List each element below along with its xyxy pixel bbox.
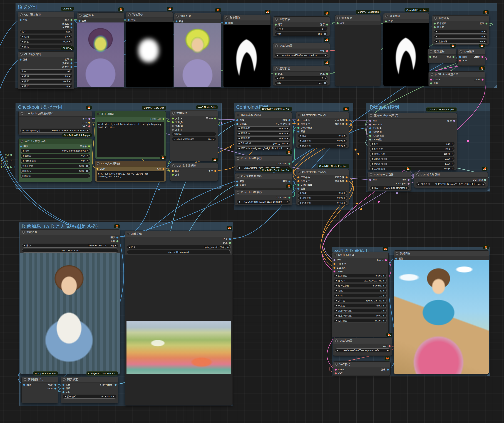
vae-loader-1-output-port-0[interactable]	[326, 50, 328, 52]
vae-encode-titlebar[interactable]: VAE编码	[457, 49, 485, 55]
zoe-depth-output-port-0[interactable]	[288, 180, 290, 182]
mask-invert-titlebar[interactable]: 遮罩反转	[428, 49, 456, 55]
stepper-right-arrow-icon[interactable]: ▶	[69, 86, 70, 87]
preview-image-4[interactable]: 🦊预览图像图像	[223, 15, 271, 88]
reroute-dot[interactable]	[357, 153, 360, 155]
vae-encode-output-port-0[interactable]	[481, 56, 483, 58]
mask-composite-titlebar[interactable]: 遮罩混合	[432, 16, 489, 21]
set-latent-noise-mask-titlebar[interactable]: 设置Latent噪波遮罩	[429, 71, 485, 77]
clipseg-face-output-port-2[interactable]	[70, 26, 72, 29]
clipseg-face[interactable]: CLIPSegCLIP语义分割图像遮罩热度图灰度图文本face◀模糊1.0▶◀阈…	[18, 12, 74, 50]
stepper-right-arrow-icon[interactable]: ▶	[325, 54, 326, 56]
clipseg-hair[interactable]: CLIPSegCLIP语义分割图像遮罩热度图灰度图文本hair◀模糊3.0▶◀阈…	[18, 51, 74, 89]
ksampler-advanced-widget-9[interactable]: ◀返回噪波disable▶	[334, 319, 387, 323]
pixel-perfect-widget-0[interactable]: ◀拉伸模式Just Resize▶	[63, 395, 116, 399]
dwpose-preprocessor-titlebar[interactable]: DW姿态预处理器	[235, 112, 292, 118]
stepper-left-arrow-icon[interactable]: ◀	[300, 202, 301, 204]
checkpoint-loader-output-port-2[interactable]	[88, 125, 90, 127]
cn-apply-1-widget-2[interactable]: ◀结束时间0.681▶	[298, 144, 347, 148]
stepper-right-arrow-icon[interactable]: ▶	[406, 187, 408, 189]
collapse-dot-icon[interactable]	[21, 140, 23, 143]
collapse-dot-icon[interactable]	[396, 252, 398, 255]
stepper-right-arrow-icon[interactable]: ▶	[69, 41, 70, 43]
stepper-left-arrow-icon[interactable]: ◀	[238, 142, 240, 144]
clipseg-hair-input-port-0[interactable]	[19, 59, 22, 61]
wd14-tagger-widget-5[interactable]: 排除标签	[20, 174, 90, 178]
cn-loader-2-widget-0[interactable]: ◀SD1.5/control_v11f1p_sd15_depth.pth▶	[237, 200, 290, 204]
ksampler-advanced-titlebar[interactable]: K采样器(高级)	[332, 252, 388, 258]
get-image-size-output-port-1[interactable]	[54, 388, 56, 390]
stepper-left-arrow-icon[interactable]: ◀	[238, 132, 240, 134]
stepper-left-arrow-icon[interactable]: ◀	[436, 41, 437, 42]
stepper-right-arrow-icon[interactable]: ▶	[344, 145, 346, 147]
clip-text-encode-2-titlebar[interactable]: CLIP文本编码器	[170, 163, 218, 169]
stepper-left-arrow-icon[interactable]: ◀	[22, 36, 23, 38]
text-concatenate-output-port-0[interactable]	[214, 118, 216, 120]
collapse-dot-icon[interactable]	[20, 53, 23, 56]
stepper-left-arrow-icon[interactable]: ◀	[336, 310, 337, 312]
text-concatenate-titlebar[interactable]: 文本连锁	[170, 111, 218, 116]
ksampler-advanced-widget-4[interactable]: ◀CFG7.0▶	[334, 294, 387, 298]
preview-image-4-titlebar[interactable]: 预览图像	[223, 15, 270, 21]
clipseg-face-widget-1[interactable]: ◀模糊1.0▶	[20, 35, 72, 39]
wd14-tagger-widget-3[interactable]: 替换下划线false	[20, 164, 90, 168]
stepper-right-arrow-icon[interactable]: ▶	[384, 285, 385, 287]
negative-clip-encode-output-port-0[interactable]	[162, 168, 165, 170]
ipadapter-apply-input-port-5[interactable]	[369, 139, 371, 141]
vae-decode-input-port-0[interactable]	[335, 369, 337, 371]
stepper-right-arrow-icon[interactable]: ▶	[484, 41, 486, 42]
load-image-2-widget-1[interactable]: choose file to upload	[127, 250, 231, 254]
clipseg-face-widget-0[interactable]: 文本face	[20, 30, 72, 34]
collapse-dot-icon[interactable]	[176, 15, 179, 18]
stepper-left-arrow-icon[interactable]: ◀	[337, 349, 338, 351]
zoe-depth-input-port-1[interactable]	[236, 184, 238, 186]
stepper-right-arrow-icon[interactable]: ▶	[384, 310, 385, 312]
stepper-right-arrow-icon[interactable]: ▶	[452, 163, 453, 165]
ksampler-advanced-widget-5[interactable]: ◀采样器dpmpp_2m_sde▶	[334, 299, 387, 303]
collapse-dot-icon[interactable]	[434, 17, 437, 20]
stepper-left-arrow-icon[interactable]: ◀	[238, 137, 240, 139]
clipseg-face-output-port-0[interactable]	[70, 19, 72, 21]
ipadapter-apply-input-port-2[interactable]	[369, 127, 371, 129]
cn-apply-1-input-port-3[interactable]	[297, 130, 300, 133]
preview-image-final[interactable]: 🦊预览图像图像	[394, 250, 489, 374]
stepper-right-arrow-icon[interactable]: ▶	[87, 155, 88, 157]
stepper-right-arrow-icon[interactable]: ▶	[452, 158, 453, 160]
ipadapter-loader-output-port-1[interactable]	[408, 182, 410, 185]
stepper-left-arrow-icon[interactable]: ◀	[336, 280, 337, 282]
stepper-left-arrow-icon[interactable]: ◀	[436, 31, 437, 32]
stepper-right-arrow-icon[interactable]: ▶	[344, 135, 346, 137]
cn-apply-1-input-port-2[interactable]	[297, 127, 300, 129]
stepper-right-arrow-icon[interactable]: ▶	[452, 168, 453, 170]
vae-loader-1-widget-0[interactable]: ◀vae-ft-mse-840000-ema-pruned.safetensor…	[275, 53, 328, 57]
negative-clip-encode[interactable]: 🦊CLIP文本编码器CLIP条件nsfw,nude,low quality,bl…	[95, 161, 166, 182]
stepper-left-arrow-icon[interactable]: ◀	[336, 315, 337, 317]
text-concatenate-input-port-0[interactable]	[172, 118, 174, 120]
collapse-dot-icon[interactable]	[172, 164, 175, 167]
clipseg-hair-output-port-0[interactable]	[70, 59, 72, 61]
load-image-2-output-port-0[interactable]	[229, 238, 231, 240]
clipseg-hair-output-port-2[interactable]	[70, 66, 72, 68]
mask-grow-1-output-port-0[interactable]	[326, 24, 328, 26]
collapse-dot-icon[interactable]	[337, 17, 340, 19]
mask-invert-output-port-0[interactable]	[452, 56, 455, 58]
cn-apply-1-output-port-1[interactable]	[346, 123, 348, 125]
ipadapter-loader-input-port-0[interactable]	[369, 179, 371, 181]
stepper-right-arrow-icon[interactable]: ▶	[325, 77, 326, 79]
stepper-left-arrow-icon[interactable]: ◀	[277, 77, 278, 79]
reroute-dot[interactable]	[360, 208, 362, 210]
stepper-right-arrow-icon[interactable]: ▶	[287, 132, 288, 134]
preview-image-3[interactable]: 🦊预览图像图像	[174, 13, 221, 88]
mask-grow-1-titlebar[interactable]: 遮罩扩展	[273, 17, 330, 22]
stepper-left-arrow-icon[interactable]: ◀	[371, 187, 373, 189]
checkpoint-loader-output-port-0[interactable]	[88, 118, 90, 120]
reroute-dot[interactable]	[378, 201, 380, 203]
positive-prompt-output-port-0[interactable]	[162, 118, 165, 120]
stepper-right-arrow-icon[interactable]: ▶	[384, 320, 385, 322]
load-image-1-output-port-0[interactable]	[116, 236, 119, 239]
stepper-left-arrow-icon[interactable]: ◀	[277, 28, 278, 30]
wd14-tagger[interactable]: ComfyUI WD 1.4 TaggerWD14反推提示词图像字符串◀模型wd…	[18, 138, 92, 182]
ksampler-advanced-input-port-1[interactable]	[333, 263, 336, 265]
mask-grow-2-widget-1[interactable]: 倒角true	[275, 81, 328, 85]
get-image-size-input-port-0[interactable]	[23, 384, 25, 386]
